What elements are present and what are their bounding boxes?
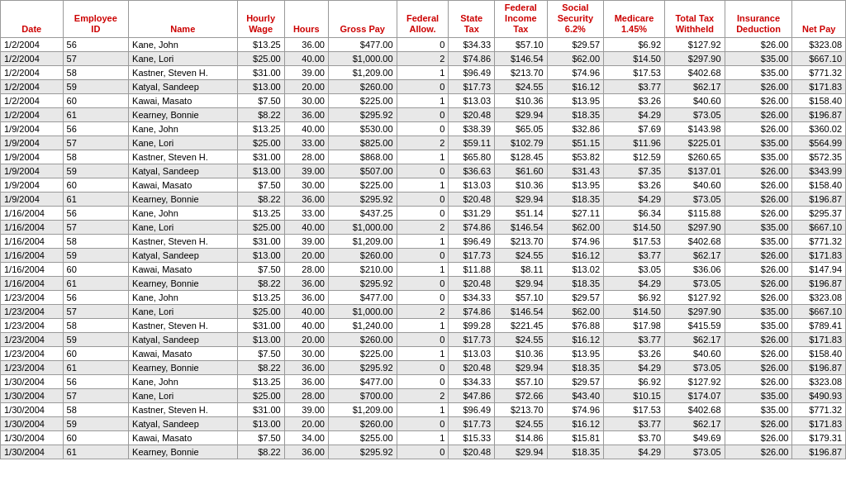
table-cell: $1,000.00 <box>328 51 397 65</box>
table-cell: $3.77 <box>604 416 665 430</box>
table-cell: 60 <box>63 262 129 276</box>
table-cell: $137.01 <box>665 164 725 178</box>
table-cell: $20.48 <box>449 107 495 121</box>
table-cell: $74.96 <box>547 402 603 416</box>
table-cell: Kastner, Steven H. <box>129 318 237 332</box>
table-cell: $31.00 <box>237 65 284 79</box>
table-cell: 1/9/2004 <box>1 164 64 178</box>
table-cell: $1,209.00 <box>328 402 397 416</box>
table-cell: $62.17 <box>665 79 725 93</box>
table-cell: $57.10 <box>495 374 548 388</box>
table-cell: $295.37 <box>792 206 846 220</box>
table-row: 1/9/200459Katyal, Sandeep$13.0039.00$507… <box>1 164 846 178</box>
table-cell: $14.50 <box>604 304 665 318</box>
table-cell: $158.40 <box>792 178 846 192</box>
table-cell: 58 <box>63 65 129 79</box>
table-cell: $26.00 <box>725 164 792 178</box>
table-cell: $171.83 <box>792 248 846 262</box>
table-cell: $24.55 <box>495 332 548 346</box>
table-cell: Kearney, Bonnie <box>129 107 237 121</box>
table-cell: $26.00 <box>725 360 792 374</box>
table-cell: $25.00 <box>237 136 284 150</box>
table-cell: Katyal, Sandeep <box>129 416 237 430</box>
table-cell: $34.33 <box>449 290 495 304</box>
table-cell: $260.00 <box>328 248 397 262</box>
table-cell: 61 <box>63 276 129 290</box>
table-row: 1/2/200458Kastner, Steven H.$31.0039.00$… <box>1 65 846 79</box>
table-cell: $35.00 <box>725 388 792 402</box>
table-cell: $26.00 <box>725 121 792 136</box>
table-cell: $771.32 <box>792 234 846 248</box>
table-cell: $8.11 <box>495 262 548 276</box>
table-cell: 1/9/2004 <box>1 121 64 136</box>
table-row: 1/16/200459Katyal, Sandeep$13.0020.00$26… <box>1 248 846 262</box>
table-cell: $507.00 <box>328 164 397 178</box>
table-cell: $295.92 <box>328 107 397 121</box>
table-row: 1/30/200457Kane, Lori$25.0028.00$700.002… <box>1 388 846 402</box>
table-cell: 0 <box>397 374 449 388</box>
table-row: 1/23/200459Katyal, Sandeep$13.0020.00$26… <box>1 332 846 346</box>
table-cell: $868.00 <box>328 150 397 164</box>
table-cell: Kastner, Steven H. <box>129 234 237 248</box>
table-body: 1/2/200456Kane, John$13.2536.00$477.000$… <box>1 37 846 459</box>
table-cell: 28.00 <box>284 150 328 164</box>
table-cell: $31.00 <box>237 402 284 416</box>
table-cell: $47.86 <box>449 388 495 402</box>
col-state-tax: StateTax <box>449 1 495 38</box>
table-cell: 56 <box>63 121 129 136</box>
table-cell: $62.00 <box>547 220 603 234</box>
table-cell: 60 <box>63 93 129 107</box>
table-cell: $26.00 <box>725 430 792 445</box>
table-cell: $127.92 <box>665 374 725 388</box>
table-cell: $4.29 <box>604 276 665 290</box>
table-cell: 36.00 <box>284 276 328 290</box>
table-cell: $35.00 <box>725 150 792 164</box>
table-cell: 1/23/2004 <box>1 304 64 318</box>
table-cell: $8.22 <box>237 445 284 459</box>
table-cell: $171.83 <box>792 332 846 346</box>
table-cell: $20.48 <box>449 276 495 290</box>
table-cell: $18.35 <box>547 192 603 206</box>
table-cell: $73.05 <box>665 192 725 206</box>
table-cell: $415.59 <box>665 318 725 332</box>
col-total-tax-withheld: Total TaxWithheld <box>665 1 725 38</box>
table-row: 1/2/200457Kane, Lori$25.0040.00$1,000.00… <box>1 51 846 65</box>
table-cell: $29.57 <box>547 37 603 51</box>
table-cell: 40.00 <box>284 121 328 136</box>
table-cell: 39.00 <box>284 402 328 416</box>
table-cell: $667.10 <box>792 304 846 318</box>
table-cell: 30.00 <box>284 178 328 192</box>
table-cell: $4.29 <box>604 445 665 459</box>
table-cell: $297.90 <box>665 304 725 318</box>
table-cell: 1/2/2004 <box>1 37 64 51</box>
table-cell: 58 <box>63 402 129 416</box>
table-cell: $297.90 <box>665 220 725 234</box>
table-cell: Kawai, Masato <box>129 93 237 107</box>
table-cell: 1 <box>397 234 449 248</box>
table-cell: $17.98 <box>604 318 665 332</box>
table-cell: 1/2/2004 <box>1 65 64 79</box>
table-cell: $771.32 <box>792 65 846 79</box>
table-cell: 36.00 <box>284 360 328 374</box>
table-cell: 0 <box>397 360 449 374</box>
table-cell: $34.33 <box>449 374 495 388</box>
table-cell: $402.68 <box>665 234 725 248</box>
table-cell: $171.83 <box>792 416 846 430</box>
table-cell: 1 <box>397 178 449 192</box>
table-row: 1/16/200458Kastner, Steven H.$31.0039.00… <box>1 234 846 248</box>
table-cell: $8.22 <box>237 276 284 290</box>
table-cell: $115.88 <box>665 206 725 220</box>
table-cell: $146.54 <box>495 220 548 234</box>
table-cell: $13.00 <box>237 332 284 346</box>
table-cell: $65.05 <box>495 121 548 136</box>
table-cell: $35.00 <box>725 220 792 234</box>
table-cell: $14.86 <box>495 430 548 445</box>
table-cell: $3.77 <box>604 79 665 93</box>
table-cell: 56 <box>63 206 129 220</box>
table-cell: $225.01 <box>665 136 725 150</box>
table-cell: 1/2/2004 <box>1 79 64 93</box>
table-cell: $17.73 <box>449 332 495 346</box>
table-cell: $260.00 <box>328 416 397 430</box>
table-cell: $789.41 <box>792 318 846 332</box>
table-cell: 1/2/2004 <box>1 93 64 107</box>
